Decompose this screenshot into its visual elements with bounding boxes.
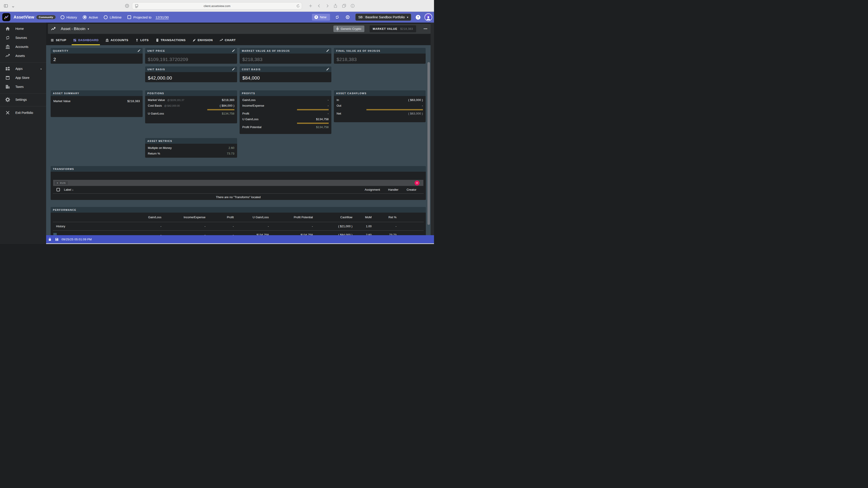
transforms-table-header: Label ↓ Assignment Handler Creator (51, 186, 426, 193)
trend-icon (51, 26, 56, 31)
cost-basis-card: COST BASIS $84,000 (240, 66, 331, 82)
projected-date-link[interactable]: 12/31/30 (156, 15, 168, 19)
play-icon: ▶ (57, 182, 59, 184)
run-button-label: RUN (60, 182, 66, 184)
tab-accounts[interactable]: ACCOUNTS (105, 35, 128, 45)
apps-icon (5, 66, 10, 71)
sync-icon[interactable] (335, 15, 340, 20)
more-menu-icon[interactable]: ••• (424, 27, 428, 31)
sidebar-item-taxes[interactable]: Taxes (0, 82, 46, 91)
dashboard-icon (73, 38, 76, 42)
performance-row-history[interactable]: History - - - - - ( $21,000 ) 1.00 - (51, 222, 426, 230)
tab-dashboard[interactable]: DASHBOARD (73, 35, 98, 45)
row-value: 73.73 (227, 152, 235, 155)
row-label: History (56, 225, 122, 228)
tab-transactions[interactable]: TRANSACTIONS (156, 35, 186, 45)
section-title: PERFORMANCE (53, 208, 76, 211)
edit-icon[interactable] (326, 49, 330, 53)
sidebar-item-exit-portfolio[interactable]: Exit Portfolio (0, 108, 46, 117)
back-icon[interactable] (317, 4, 321, 8)
edit-icon[interactable] (232, 49, 235, 53)
mode-lifetime[interactable]: Lifetime (104, 15, 122, 19)
password-extension-icon[interactable] (125, 4, 129, 8)
tab-envision[interactable]: ENVISION (192, 35, 213, 45)
run-button[interactable]: ▶ RUN (55, 181, 68, 185)
new-button[interactable]: + New (312, 14, 330, 21)
edit-icon[interactable] (326, 67, 330, 71)
edit-icon[interactable] (232, 67, 235, 71)
profits-row: Profit - (240, 111, 331, 116)
mode-history[interactable]: History (61, 15, 77, 19)
sidebar-toggle-icon[interactable] (4, 4, 8, 8)
row-value: - (422, 104, 423, 107)
sidebar-item-app-store[interactable]: App Store (0, 73, 46, 82)
unit-price-card: UNIT PRICE $109,191.3720209 (145, 48, 237, 64)
sidebar-item-accounts[interactable]: Accounts (0, 42, 46, 51)
card-title: ASSET METRICS (147, 140, 172, 142)
sidebar-item-settings[interactable]: Settings (0, 95, 46, 104)
sidebar-item-apps[interactable]: Apps ▸ (0, 64, 46, 73)
gear-icon (5, 97, 10, 102)
projected-to-label: Projected to (133, 15, 151, 19)
column-handler[interactable]: Handler (388, 188, 399, 191)
column-creator[interactable]: Creator (407, 188, 416, 191)
performance-row-asset[interactable]: - - - $134,758 $134,758 ( $84,000 ) 2.60… (51, 231, 426, 235)
tab-setup[interactable]: SETUP (51, 35, 66, 45)
tab-lots[interactable]: LOTS (135, 35, 149, 45)
sidebar: Home Sources Accounts Assets Apps ▸ App … (0, 23, 46, 244)
tab-chart[interactable]: CHART (219, 35, 236, 45)
column-profit: Profit (206, 216, 234, 219)
chevron-down-icon[interactable]: ▾ (88, 27, 89, 31)
url-bar[interactable]: client.assetview.com (132, 2, 302, 9)
final-value-asof-value: $218,383 (334, 54, 426, 62)
row-value: $134,758 (316, 125, 329, 129)
unit-price-value: $109,191.3720209 (145, 54, 237, 62)
edit-icon[interactable] (137, 49, 141, 53)
radio-checked-icon[interactable] (83, 15, 87, 19)
projected-to-toggle[interactable]: Projected to (127, 15, 151, 19)
sidebar-item-home[interactable]: Home (0, 24, 46, 33)
tabs-overview-icon[interactable] (342, 4, 346, 8)
url-text: client.assetview.com (204, 4, 230, 8)
app-logo[interactable] (2, 13, 10, 21)
row-unit-price: @ $42,000.00 (164, 104, 180, 107)
metrics-row: Return % 73.73 (145, 151, 237, 156)
trend-icon (5, 53, 10, 58)
bank-icon (5, 44, 10, 49)
forward-icon[interactable] (325, 4, 330, 8)
mode-history-label: History (66, 15, 77, 19)
add-transform-button[interactable]: + (414, 181, 420, 186)
card-title: QUANTITY (53, 50, 68, 52)
eye-icon[interactable] (345, 15, 350, 20)
radio-icon[interactable] (104, 15, 107, 19)
info-icon[interactable] (350, 4, 355, 8)
portfolio-selector[interactable]: SB : Baseline Sandbox Portfolio ▾ (355, 13, 411, 21)
new-tab-icon[interactable] (308, 4, 313, 8)
checkbox-icon[interactable] (127, 15, 131, 19)
app-body: Home Sources Accounts Assets Apps ▸ App … (0, 23, 434, 244)
card-title: FINAL VALUE AS OF 09/25/25 (336, 50, 380, 52)
chevron-down-icon[interactable] (11, 4, 16, 9)
column-label[interactable]: Label ↓ (64, 188, 73, 191)
vertical-scrollbar[interactable] (428, 62, 430, 225)
portfolio-name: SB : Baseline Sandbox Portfolio (358, 15, 405, 19)
share-icon[interactable] (333, 4, 338, 8)
column-assignment[interactable]: Assignment (365, 188, 380, 191)
help-icon[interactable]: ? (416, 15, 421, 20)
column-gain-loss: Gain/Loss (122, 216, 161, 219)
save-icon[interactable] (55, 237, 59, 241)
positions-row: U Gain/Loss $134,758 (145, 111, 237, 116)
asset-type-label: Generic Crypto (341, 27, 361, 31)
market-value-amount: $218,383 (400, 27, 413, 31)
positions-row: Cost Basis @ $42,000.00 ( $84,000 ) (145, 103, 237, 108)
asset-type-chip[interactable]: B Generic Crypto (333, 26, 364, 32)
mode-active[interactable]: Active (83, 15, 98, 19)
select-all-checkbox[interactable] (57, 188, 60, 191)
sidebar-item-sources[interactable]: Sources (0, 33, 46, 42)
radio-icon[interactable] (61, 15, 64, 19)
row-label: Profit (242, 112, 249, 115)
avatar[interactable] (425, 13, 432, 21)
sidebar-item-assets[interactable]: Assets (0, 51, 46, 60)
row-label: Return % (148, 152, 160, 155)
refresh-icon[interactable] (296, 4, 300, 8)
